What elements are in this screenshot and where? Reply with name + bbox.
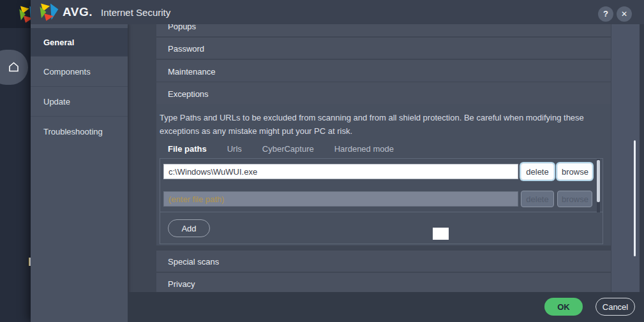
exceptions-section: Exceptions Type Paths and URLs to be exc… <box>156 82 611 245</box>
sidebar-item-label: General <box>43 38 74 47</box>
sidebar-item-label: Update <box>43 97 70 106</box>
avg-logo-icon <box>38 2 59 23</box>
file-paths-panel: delete browse delete browse Add <box>160 158 603 244</box>
row-label: Exceptions <box>168 89 209 99</box>
dialog-title: Internet Security <box>101 7 170 18</box>
tab-urls[interactable]: Urls <box>227 144 242 154</box>
main-scrollbar[interactable] <box>634 140 636 256</box>
settings-row-special-scans[interactable]: Special scans <box>156 251 611 272</box>
file-path-input[interactable] <box>163 164 518 179</box>
delete-button-disabled: delete <box>521 191 554 207</box>
exceptions-description-line2: exceptions as any mistake might put your… <box>160 126 352 136</box>
ok-button[interactable]: OK <box>544 298 583 316</box>
row-label: Maintenance <box>168 67 215 77</box>
settings-sidebar: General Components Update Troubleshootin… <box>31 24 128 322</box>
sidebar-item-general[interactable]: General <box>31 28 128 56</box>
tab-cybercapture[interactable]: CyberCapture <box>262 144 314 154</box>
sidebar-item-update[interactable]: Update <box>31 86 128 116</box>
white-artifact-box <box>433 228 449 240</box>
home-button[interactable] <box>0 50 28 85</box>
tab-hardened-mode[interactable]: Hardened mode <box>334 144 394 154</box>
settings-row-exceptions[interactable]: Exceptions <box>156 82 611 104</box>
tab-file-paths[interactable]: File paths <box>168 144 207 154</box>
delete-button[interactable]: delete <box>521 163 554 180</box>
add-button[interactable]: Add <box>168 219 210 237</box>
close-button[interactable]: ✕ <box>617 6 632 22</box>
avg-wordmark: AVG. <box>63 5 93 19</box>
row-label: Privacy <box>168 279 195 289</box>
sidebar-item-troubleshooting[interactable]: Troubleshooting <box>31 116 128 146</box>
dialog-footer: OK Cancel <box>128 292 644 322</box>
settings-row-maintenance[interactable]: Maintenance <box>156 60 611 82</box>
new-file-path-input[interactable] <box>163 191 518 207</box>
home-icon <box>8 62 19 72</box>
dialog-header: AVG. Internet Security ? ✕ <box>31 0 644 24</box>
browse-button[interactable]: browse <box>557 163 592 180</box>
settings-row-password[interactable]: Password <box>156 38 611 59</box>
dialog-right-edge <box>640 24 644 292</box>
sidebar-item-label: Troubleshooting <box>43 127 103 136</box>
row-label: Special scans <box>168 257 219 267</box>
exceptions-tabs: File paths Urls CyberCapture Hardened mo… <box>168 144 394 154</box>
row-label: Password <box>168 44 204 54</box>
help-button[interactable]: ? <box>598 6 613 22</box>
exception-entry-list: delete browse delete browse <box>160 159 603 212</box>
sidebar-item-label: Components <box>43 67 91 77</box>
sidebar-item-components[interactable]: Components <box>31 56 128 86</box>
cancel-button[interactable]: Cancel <box>595 298 635 316</box>
list-scrollbar-track[interactable] <box>597 159 600 212</box>
exceptions-description-line1: Type Paths and URLs to be excluded from … <box>160 113 584 122</box>
settings-row-privacy[interactable]: Privacy <box>156 273 611 294</box>
settings-dialog: Popups Password Maintenance Exceptions T… <box>31 0 644 322</box>
browse-button-disabled: browse <box>557 191 592 207</box>
list-scrollbar-thumb[interactable] <box>597 160 600 202</box>
screen: Popups Password Maintenance Exceptions T… <box>0 0 644 322</box>
